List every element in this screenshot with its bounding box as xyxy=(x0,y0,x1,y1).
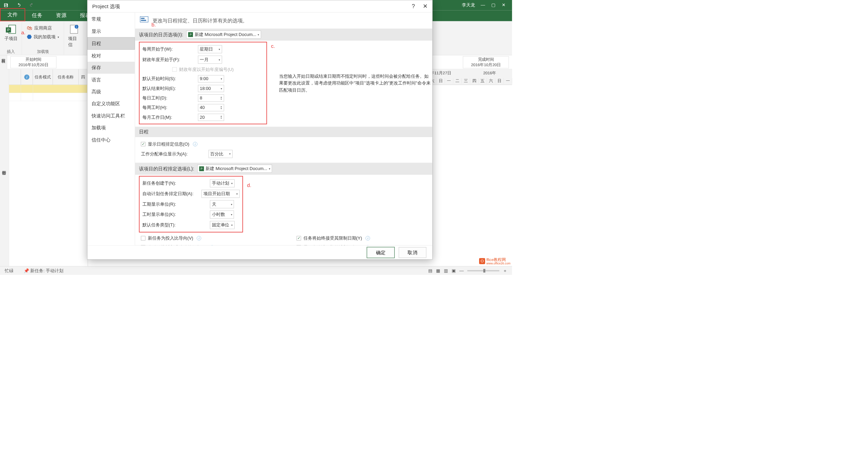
nav-schedule[interactable]: 日程 xyxy=(87,37,135,50)
addins-group-label: 加载项 xyxy=(37,49,49,54)
cancel-button[interactable]: 取消 xyxy=(399,247,426,258)
fiscal-numbering-checkbox xyxy=(173,67,177,72)
tab-resource[interactable]: 资源 xyxy=(49,10,73,21)
col-task-name[interactable]: 任务名称 xyxy=(53,69,79,85)
subproject-icon[interactable]: P xyxy=(4,23,17,36)
zoom-slider[interactable] xyxy=(467,270,499,272)
nav-customize-ribbon[interactable]: 自定义功能区 xyxy=(87,98,135,110)
fiscal-start-select[interactable]: 一月▾ xyxy=(198,55,222,63)
project-selector[interactable]: P新建 Microsoft Project Docum...▾ xyxy=(186,31,261,39)
status-bar: 忙碌 📌 新任务: 手动计划 ▤ ▦ ▥ ▣ — ＋ xyxy=(0,266,512,275)
work-unit-select[interactable]: 小时数▾ xyxy=(210,210,234,219)
nav-trust[interactable]: 信任中心 xyxy=(87,134,135,146)
options-nav: 常规 显示 日程 校对 保存 语言 高级 自定义功能区 快速访问工具栏 加载项 … xyxy=(87,13,135,245)
view-board-icon[interactable]: ▣ xyxy=(452,268,456,273)
project-selector-2[interactable]: P新建 Microsoft Project Docum...▾ xyxy=(197,165,272,173)
show-sched-info-checkbox[interactable]: ✓ xyxy=(141,142,145,146)
info-icon[interactable]: i xyxy=(197,236,201,240)
hours-day-input[interactable]: 8▲▼ xyxy=(198,94,224,101)
default-start-select[interactable]: 9:00▾ xyxy=(198,75,224,82)
addin-icon: ⬣ xyxy=(27,34,32,40)
help-icon[interactable]: ? xyxy=(412,3,415,10)
watermark: O ffice教程网 www.office26.com xyxy=(479,257,510,265)
week-start-select[interactable]: 星期日▾ xyxy=(198,45,222,53)
store-icon: 🛍 xyxy=(27,25,33,31)
svg-rect-7 xyxy=(141,18,145,19)
view-usage-icon[interactable]: ▥ xyxy=(444,268,448,273)
table-row[interactable] xyxy=(9,85,88,93)
default-task-type-select[interactable]: 固定单位▾ xyxy=(210,221,235,229)
status-newtask[interactable]: 📌 新任务: 手动计划 xyxy=(24,268,64,274)
nav-display[interactable]: 显示 xyxy=(87,25,135,37)
gantt-view-label: 甘特图 xyxy=(0,69,9,266)
timeline-finish: 完成时间 2016年10月20日 xyxy=(463,56,509,68)
close-icon[interactable]: ✕ xyxy=(501,3,506,7)
nav-qat[interactable]: 快速访问工具栏 xyxy=(87,110,135,122)
app-store-button[interactable]: 🛍 应用商店 xyxy=(27,25,52,31)
my-addins-button[interactable]: ⬣ 我的加载项 ▾ xyxy=(27,34,59,40)
dialog-close-icon[interactable]: ✕ xyxy=(423,3,428,10)
info-icon[interactable]: i xyxy=(210,245,215,245)
options-content: 更改与日程排定、日历和计算有关的选项。 该项目的日历选项(I): P新建 Mic… xyxy=(135,13,432,245)
nav-general[interactable]: 常规 xyxy=(87,13,135,25)
view-gantt-icon[interactable]: ▤ xyxy=(428,268,432,273)
timeline-side-label: 日程表 xyxy=(0,55,7,69)
auto-scheduled-select[interactable]: 项目开始日期▾ xyxy=(202,190,240,198)
duration-unit-select[interactable]: 天▾ xyxy=(210,200,234,208)
info-icon[interactable]: i xyxy=(366,236,370,240)
show-estimated-checkbox[interactable]: ✓ xyxy=(297,245,301,245)
nav-language[interactable]: 语言 xyxy=(87,74,135,86)
svg-rect-8 xyxy=(141,20,146,21)
zoom-out-icon[interactable]: — xyxy=(459,268,464,273)
annotation-c: c. xyxy=(271,43,275,49)
redo-icon[interactable] xyxy=(29,3,34,7)
col-day[interactable]: 四 xyxy=(79,69,87,85)
annotation-d: d. xyxy=(247,182,252,188)
calendar-section-head: 该项目的日历选项(I): P新建 Microsoft Project Docum… xyxy=(135,29,432,40)
nav-proofing[interactable]: 校对 xyxy=(87,50,135,61)
project-info-icon[interactable]: i xyxy=(67,23,80,36)
nav-save[interactable]: 保存 xyxy=(87,62,135,74)
svg-rect-6 xyxy=(140,16,149,22)
svg-text:P: P xyxy=(7,28,9,32)
timescale-date: 2016年 xyxy=(467,71,512,76)
dialog-title: Project 选项 xyxy=(92,3,120,10)
nav-addins[interactable]: 加载项 xyxy=(87,122,135,134)
annotation-a: a. xyxy=(21,30,26,36)
view-grid-icon[interactable]: ▦ xyxy=(436,268,440,273)
tab-task[interactable]: 任务 xyxy=(25,10,49,21)
info-icon[interactable]: i xyxy=(193,142,197,146)
ok-button[interactable]: 确定 xyxy=(367,247,395,258)
nav-advanced[interactable]: 高级 xyxy=(87,86,135,98)
svg-text:i: i xyxy=(76,25,77,29)
autolink-checkbox[interactable] xyxy=(141,245,145,245)
status-busy: 忙碌 xyxy=(5,268,14,274)
maximize-icon[interactable]: ▢ xyxy=(491,3,496,7)
schedule-section-head: 日程 xyxy=(135,127,432,137)
schedule-header-icon xyxy=(140,16,149,25)
options-dialog: Project 选项 ? ✕ 常规 显示 日程 校对 保存 语言 高级 自定义功… xyxy=(87,0,432,260)
minimize-icon[interactable]: — xyxy=(480,3,485,7)
new-tasks-select[interactable]: 手动计划▾ xyxy=(210,179,235,187)
hours-week-input[interactable]: 40▲▼ xyxy=(198,104,224,111)
honor-constraint-checkbox[interactable]: ✓ xyxy=(297,236,301,240)
undo-icon[interactable] xyxy=(16,3,21,7)
col-task-mode[interactable]: 任务模式 xyxy=(33,69,53,85)
table-row[interactable] xyxy=(9,93,88,101)
insert-group-label: 插入 xyxy=(7,49,15,54)
office-icon: O xyxy=(479,258,485,264)
days-month-input[interactable]: 20▲▼ xyxy=(198,114,224,121)
info-icon[interactable]: i xyxy=(366,245,370,245)
project-schedule-section-head: 该项目的日程排定选项(L): P新建 Microsoft Project Doc… xyxy=(135,163,432,174)
dialog-footer: 确定 取消 xyxy=(87,245,432,259)
subproject-label: 子项目 xyxy=(4,36,18,42)
save-icon[interactable] xyxy=(4,3,8,7)
tab-file[interactable]: 文件 xyxy=(0,8,25,21)
task-grid[interactable]: i 任务模式 任务名称 四 xyxy=(9,69,88,266)
project-info-label: 项目信 xyxy=(68,36,80,48)
assignment-units-select[interactable]: 百分比▾ xyxy=(209,150,233,158)
dropdown-icon: ▾ xyxy=(58,35,59,38)
zoom-in-icon[interactable]: ＋ xyxy=(503,268,507,274)
effort-driven-checkbox[interactable] xyxy=(141,236,145,240)
default-end-select[interactable]: 18:00▾ xyxy=(198,85,224,92)
